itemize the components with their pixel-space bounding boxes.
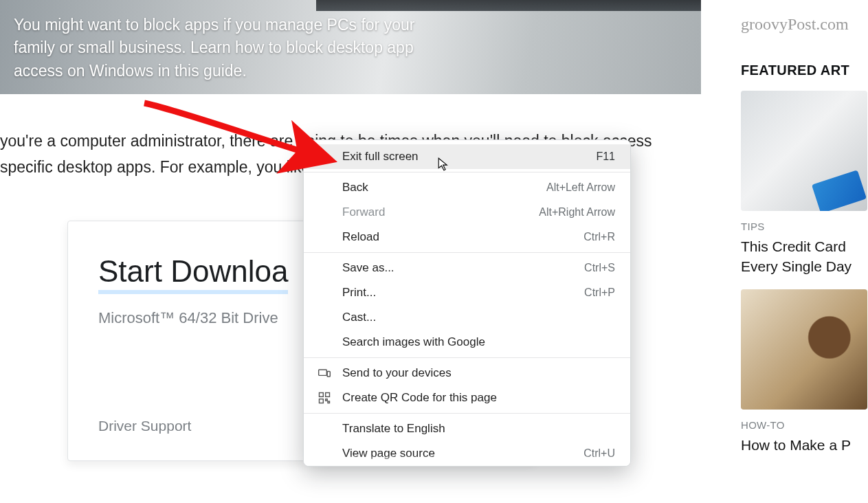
hero-caption: You might want to block apps if you mana… (14, 14, 447, 82)
site-logo[interactable]: groovyPost.com (741, 15, 868, 34)
context-menu-label: Save as... (342, 261, 394, 275)
context-menu-item[interactable]: Create QR Code for this page (304, 385, 630, 410)
hero-banner: You might want to block apps if you mana… (0, 0, 701, 94)
context-menu-item[interactable]: Translate to English (304, 416, 630, 441)
context-menu-shortcut: Ctrl+R (583, 231, 615, 243)
context-menu-item[interactable]: Save as...Ctrl+S (304, 256, 630, 280)
context-menu-label: View page source (342, 447, 435, 460)
featured-thumb-1[interactable] (741, 91, 867, 211)
context-menu-separator (304, 172, 630, 172)
context-menu-separator (304, 252, 630, 253)
devices-icon (318, 366, 331, 380)
context-menu-item[interactable]: View page sourceCtrl+U (304, 441, 630, 466)
svg-rect-1 (327, 372, 330, 377)
featured-thumb-2[interactable] (741, 289, 867, 410)
context-menu-separator (304, 357, 630, 358)
context-menu-shortcut: Ctrl+S (584, 262, 615, 274)
context-menu-item[interactable]: ReloadCtrl+R (304, 225, 630, 249)
context-menu-item[interactable]: Print...Ctrl+P (304, 280, 630, 305)
context-menu-item[interactable]: Search images with Google (304, 330, 630, 355)
context-menu-label: Print... (342, 286, 376, 300)
context-menu-label: Search images with Google (342, 335, 485, 349)
context-menu[interactable]: Exit full screenF11BackAlt+Left ArrowFor… (303, 139, 631, 467)
advert-title[interactable]: Start Downloa (98, 254, 288, 294)
context-menu-label: Back (342, 181, 368, 194)
svg-rect-2 (320, 393, 324, 397)
context-menu-item[interactable]: Cast... (304, 305, 630, 330)
context-menu-shortcut: Alt+Left Arrow (546, 181, 615, 194)
context-menu-item[interactable]: Exit full screenF11 (304, 144, 630, 169)
svg-rect-0 (319, 370, 327, 375)
context-menu-shortcut: Ctrl+U (583, 447, 615, 460)
context-menu-item: ForwardAlt+Right Arrow (304, 200, 630, 225)
context-menu-shortcut: Alt+Right Arrow (539, 206, 615, 219)
context-menu-item[interactable]: Send to your devices (304, 361, 630, 385)
sidebar-section-title: FEATURED ART (741, 63, 868, 78)
context-menu-label: Reload (342, 230, 379, 244)
svg-rect-5 (326, 399, 328, 401)
context-menu-label: Translate to English (342, 422, 445, 436)
svg-rect-3 (326, 393, 330, 397)
qr-icon (318, 391, 331, 405)
context-menu-label: Forward (342, 205, 385, 219)
context-menu-item[interactable]: BackAlt+Left Arrow (304, 175, 630, 200)
featured-category-2[interactable]: HOW-TO (741, 419, 868, 431)
context-menu-separator (304, 413, 630, 414)
featured-category-1[interactable]: TIPS (741, 221, 868, 232)
context-menu-label: Exit full screen (342, 150, 419, 164)
context-menu-shortcut: F11 (596, 150, 615, 163)
context-menu-shortcut: Ctrl+P (584, 287, 615, 299)
context-menu-label: Create QR Code for this page (342, 391, 497, 405)
featured-headline-2[interactable]: How to Make a P (741, 435, 868, 455)
svg-rect-6 (328, 401, 330, 403)
context-menu-label: Send to your devices (342, 366, 452, 380)
featured-headline-1[interactable]: This Credit Card Every Single Day (741, 236, 868, 277)
svg-rect-4 (320, 399, 324, 403)
advert-brand: Driver Support (98, 418, 191, 434)
sidebar: groovyPost.com FEATURED ART TIPS This Cr… (713, 0, 868, 503)
context-menu-label: Cast... (342, 311, 376, 324)
